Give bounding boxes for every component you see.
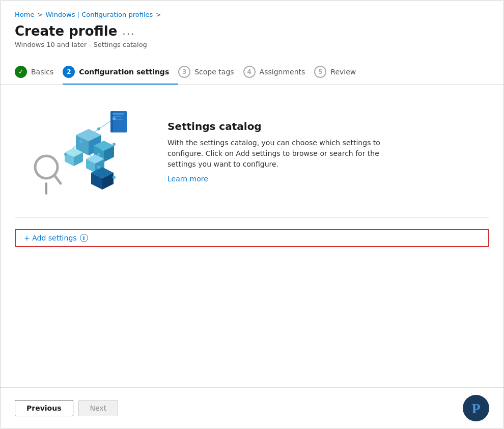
- svg-point-38: [113, 143, 116, 146]
- main-window: Home > Windows | Configuration profiles …: [0, 0, 504, 429]
- step-label-basics: Basics: [31, 68, 53, 76]
- main-content: Home > Windows | Configuration profiles …: [1, 1, 503, 387]
- add-settings-button[interactable]: + Add settings i: [15, 229, 489, 247]
- breadcrumb: Home > Windows | Configuration profiles …: [15, 11, 489, 18]
- footer: Previous Next P: [1, 387, 503, 428]
- step-label-scope: Scope tags: [194, 68, 234, 76]
- page-title-row: Create profile ...: [15, 23, 489, 39]
- svg-rect-14: [113, 113, 124, 115]
- add-settings-label: + Add settings: [24, 234, 77, 242]
- breadcrumb-sep1: >: [37, 11, 42, 18]
- step-assignments[interactable]: 4 Assignments: [243, 60, 315, 84]
- breadcrumb-sep2: >: [156, 11, 161, 18]
- svg-point-36: [64, 153, 67, 156]
- step-circle-configuration: 2: [63, 66, 75, 78]
- step-label-configuration: Configuration settings: [79, 68, 169, 76]
- breadcrumb-home[interactable]: Home: [15, 11, 34, 18]
- svg-point-39: [113, 176, 116, 179]
- svg-line-1: [54, 175, 61, 183]
- next-button[interactable]: Next: [78, 400, 119, 416]
- stepper: ✓ Basics 2 Configuration settings 3 Scop…: [1, 60, 503, 85]
- svg-point-37: [113, 117, 116, 120]
- svg-rect-15: [113, 116, 122, 117]
- step-circle-assignments: 4: [243, 66, 256, 78]
- step-review[interactable]: 5 Review: [314, 60, 365, 84]
- breadcrumb-section[interactable]: Windows | Configuration profiles: [45, 11, 153, 18]
- footer-nav-buttons: Previous Next: [15, 400, 118, 416]
- footer-logo: P: [463, 395, 489, 421]
- page-subtitle: Windows 10 and later - Settings catalog: [15, 41, 489, 48]
- catalog-heading: Settings catalog: [167, 120, 402, 132]
- svg-point-34: [97, 153, 100, 156]
- learn-more-link[interactable]: Learn more: [167, 175, 208, 183]
- step-label-review: Review: [330, 68, 356, 76]
- step-configuration[interactable]: 2 Configuration settings: [63, 60, 178, 84]
- svg-point-33: [97, 127, 100, 130]
- previous-button[interactable]: Previous: [15, 400, 73, 416]
- illustration: [15, 101, 157, 203]
- step-circle-basics: ✓: [15, 66, 27, 78]
- step-label-assignments: Assignments: [260, 68, 305, 76]
- svg-point-35: [97, 166, 100, 169]
- divider: [15, 217, 489, 218]
- svg-text:P: P: [471, 400, 480, 416]
- page-title: Create profile: [15, 23, 117, 39]
- ellipsis-menu[interactable]: ...: [122, 25, 135, 37]
- svg-point-32: [79, 140, 83, 144]
- catalog-text: Settings catalog With the settings catal…: [167, 120, 402, 183]
- step-basics[interactable]: ✓ Basics: [15, 60, 63, 84]
- step-circle-scope: 3: [178, 66, 190, 78]
- content-area: Settings catalog With the settings catal…: [15, 85, 489, 387]
- catalog-intro: Settings catalog With the settings catal…: [15, 85, 489, 217]
- step-scope[interactable]: 3 Scope tags: [178, 60, 243, 84]
- info-icon: i: [80, 234, 88, 242]
- catalog-description: With the settings catalog, you can choos…: [167, 138, 402, 170]
- step-circle-review: 5: [314, 66, 326, 78]
